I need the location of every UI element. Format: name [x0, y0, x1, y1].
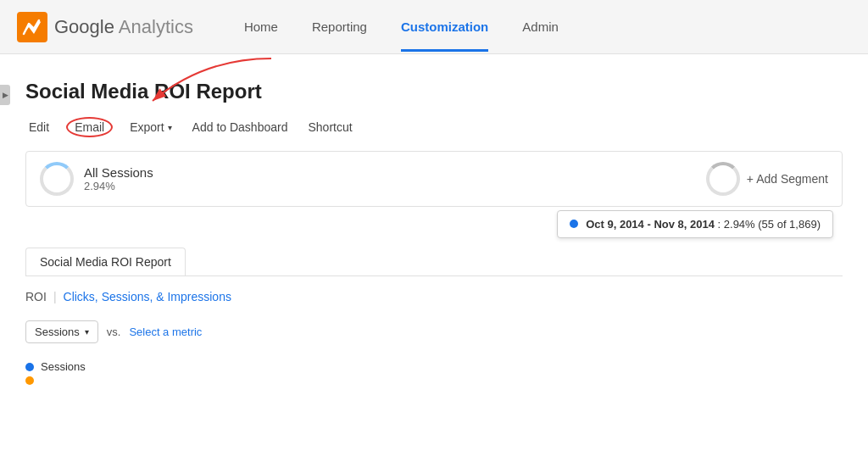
roi-label: ROI [25, 290, 47, 303]
page-title: Social Media ROI Report [25, 80, 843, 103]
legend-item-secondary [25, 376, 843, 385]
select-metric-link[interactable]: Select a metric [129, 326, 202, 338]
sessions-dropdown[interactable]: Sessions ▾ [25, 320, 98, 343]
legend-label-sessions: Sessions [41, 360, 86, 373]
legend-dot-blue-icon [25, 363, 34, 371]
metric-selector: Sessions ▾ vs. Select a metric [25, 320, 843, 343]
export-button[interactable]: Export ▾ [126, 119, 175, 136]
report-links-separator: | [53, 290, 57, 303]
nav-customization[interactable]: Customization [401, 3, 488, 51]
nav-reporting[interactable]: Reporting [312, 3, 367, 51]
report-tabs: Social Media ROI Report [25, 248, 843, 276]
segment-percentage: 2.94% [84, 180, 153, 192]
email-button[interactable]: Email [66, 117, 113, 137]
report-links: ROI | Clicks, Sessions, & Impressions [25, 287, 843, 307]
logo-analytics: Analytics [114, 16, 193, 37]
chevron-down-icon: ▾ [168, 123, 172, 132]
main-content: Social Media ROI Report Edit Email Expor… [0, 54, 868, 402]
report-tab-social-media[interactable]: Social Media ROI Report [25, 248, 186, 275]
add-segment-area: + Add Segment [706, 162, 828, 196]
clicks-sessions-link[interactable]: Clicks, Sessions, & Impressions [64, 290, 231, 303]
main-nav: Home Reporting Customization Admin [244, 3, 851, 51]
segment-circle-icon [40, 162, 74, 196]
legend-dot-orange-icon [25, 376, 34, 385]
logo-text: Google Analytics [54, 16, 193, 38]
export-label: Export [130, 120, 164, 134]
vs-label: vs. [107, 326, 121, 338]
segment-info: All Sessions 2.94% [84, 165, 153, 192]
shortcut-button[interactable]: Shortcut [304, 119, 355, 136]
edit-button[interactable]: Edit [25, 119, 53, 136]
segment-bar: All Sessions 2.94% + Add Segment Oct 9, … [25, 151, 843, 207]
header: Google Analytics Home Reporting Customiz… [0, 0, 868, 54]
ga-logo-icon [17, 12, 47, 42]
segment-name: All Sessions [84, 165, 153, 180]
add-segment-circle-icon [706, 162, 740, 196]
nav-home[interactable]: Home [244, 3, 278, 51]
legend: Sessions [25, 360, 843, 385]
add-segment-button[interactable]: + Add Segment [747, 172, 828, 186]
logo-area: Google Analytics [17, 12, 193, 42]
dropdown-chevron-icon: ▾ [85, 327, 89, 337]
legend-item-sessions: Sessions [25, 360, 843, 373]
tooltip-box: Oct 9, 2014 - Nov 8, 2014 : 2.94% (55 of… [557, 210, 833, 238]
tooltip-dot-icon [570, 220, 578, 228]
logo-google: Google [54, 16, 114, 37]
add-dashboard-button[interactable]: Add to Dashboard [189, 119, 292, 136]
tooltip-value: 2.94% (55 of 1,869) [724, 218, 821, 231]
toolbar: Edit Email Export ▾ Add to Dashboard Sho… [25, 117, 843, 137]
sessions-dropdown-value: Sessions [35, 326, 80, 338]
tooltip-separator: : [718, 218, 724, 231]
tooltip-date-range: Oct 9, 2014 - Nov 8, 2014 [586, 218, 715, 231]
nav-admin[interactable]: Admin [522, 3, 559, 51]
